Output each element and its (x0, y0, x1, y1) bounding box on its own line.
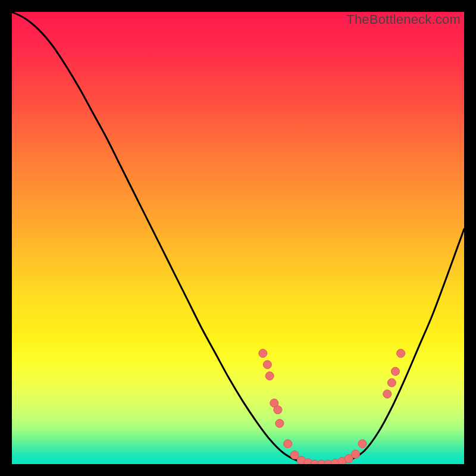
data-point (259, 349, 267, 358)
data-point (265, 372, 274, 380)
data-point (391, 367, 399, 375)
data-point (397, 349, 405, 358)
data-point (358, 440, 367, 448)
data-point (352, 450, 360, 458)
data-point (275, 419, 284, 428)
bottleneck-curve (12, 12, 464, 464)
data-point (263, 361, 271, 369)
chart-svg (12, 12, 464, 464)
data-point (274, 406, 282, 414)
data-point (387, 378, 396, 387)
data-point (383, 390, 392, 398)
data-point (284, 440, 292, 448)
data-point (290, 451, 299, 459)
chart-plot-area: TheBottleneck.com (12, 12, 464, 464)
